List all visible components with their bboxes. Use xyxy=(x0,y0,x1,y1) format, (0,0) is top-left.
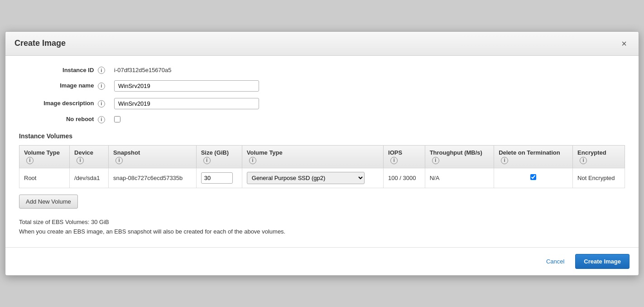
volumes-section: Instance Volumes Volume Type i xyxy=(19,132,625,209)
cell-device: /dev/sda1 xyxy=(70,168,109,188)
instance-id-info-icon: i xyxy=(98,67,105,74)
modal-header: Create Image × xyxy=(5,32,639,56)
volume-type-col-info-icon: i xyxy=(26,157,34,164)
close-button[interactable]: × xyxy=(619,38,630,49)
size-col-info-icon: i xyxy=(203,157,211,164)
device-col-info-icon: i xyxy=(77,157,84,164)
encrypted-col-info-icon: i xyxy=(580,157,587,164)
cell-iops: 100 / 3000 xyxy=(384,168,425,188)
no-reboot-row: No reboot i xyxy=(19,116,625,123)
info-line2: When you create an EBS image, an EBS sna… xyxy=(19,227,625,237)
no-reboot-checkbox[interactable] xyxy=(114,116,120,122)
col-volume-type-val: Volume Type i xyxy=(242,145,383,168)
add-new-volume-button[interactable]: Add New Volume xyxy=(19,195,78,209)
instance-id-label: Instance ID i xyxy=(19,67,110,74)
col-size: Size (GiB) i xyxy=(196,145,242,168)
no-reboot-label: No reboot i xyxy=(19,116,110,123)
image-name-input[interactable] xyxy=(114,80,259,92)
delete-on-termination-checkbox[interactable] xyxy=(530,174,536,180)
col-delete-on-termination: Delete on Termination i xyxy=(494,145,573,168)
cell-volume-type: Root xyxy=(19,168,70,188)
col-iops: IOPS i xyxy=(384,145,425,168)
modal-title: Create Image xyxy=(14,39,66,48)
size-input[interactable] xyxy=(201,172,233,184)
image-description-row: Image description i xyxy=(19,98,625,109)
cancel-button[interactable]: Cancel xyxy=(541,255,570,268)
volumes-table: Volume Type i Device i xyxy=(19,145,625,188)
image-description-info-icon: i xyxy=(98,100,105,107)
col-encrypted: Encrypted i xyxy=(573,145,625,168)
col-device: Device i xyxy=(70,145,109,168)
image-description-label: Image description i xyxy=(19,100,110,107)
info-line1: Total size of EBS Volumes: 30 GiB xyxy=(19,218,625,227)
image-description-input[interactable] xyxy=(114,98,259,109)
volume-type-val-info-icon: i xyxy=(249,157,256,164)
cell-volume-type-select[interactable]: General Purpose SSD (gp2) General Purpos… xyxy=(242,168,383,188)
cell-encrypted: Not Encrypted xyxy=(573,168,625,188)
volumes-section-title: Instance Volumes xyxy=(19,132,625,140)
col-snapshot: Snapshot i xyxy=(109,145,197,168)
delete-on-termination-col-info-icon: i xyxy=(501,157,508,164)
table-row: Root /dev/sda1 snap-08c727c6ecd57335b Ge… xyxy=(19,168,625,188)
image-name-label: Image name i xyxy=(19,82,110,90)
modal-footer: Cancel Create Image xyxy=(5,247,639,275)
form-section: Instance ID i i-07df312d5e15670a5 Image … xyxy=(19,67,625,123)
image-name-info-icon: i xyxy=(98,83,105,90)
cell-delete-on-termination[interactable] xyxy=(494,168,573,188)
info-text: Total size of EBS Volumes: 30 GiB When y… xyxy=(19,218,625,237)
create-image-modal: Create Image × Instance ID i i-07df312d5… xyxy=(5,31,639,276)
instance-id-row: Instance ID i i-07df312d5e15670a5 xyxy=(19,67,625,74)
iops-col-info-icon: i xyxy=(390,157,398,164)
col-volume-type: Volume Type i xyxy=(19,145,70,168)
cell-size[interactable] xyxy=(196,168,242,188)
col-throughput: Throughput (MB/s) i xyxy=(425,145,494,168)
cell-snapshot: snap-08c727c6ecd57335b xyxy=(109,168,197,188)
modal-body: Instance ID i i-07df312d5e15670a5 Image … xyxy=(5,56,639,248)
volume-type-select[interactable]: General Purpose SSD (gp2) General Purpos… xyxy=(247,172,365,184)
throughput-col-info-icon: i xyxy=(432,157,439,164)
image-name-row: Image name i xyxy=(19,80,625,92)
cell-throughput: N/A xyxy=(425,168,494,188)
snapshot-col-info-icon: i xyxy=(115,157,123,164)
instance-id-value: i-07df312d5e15670a5 xyxy=(114,67,172,73)
create-image-button[interactable]: Create Image xyxy=(575,254,630,269)
no-reboot-info-icon: i xyxy=(98,116,105,123)
